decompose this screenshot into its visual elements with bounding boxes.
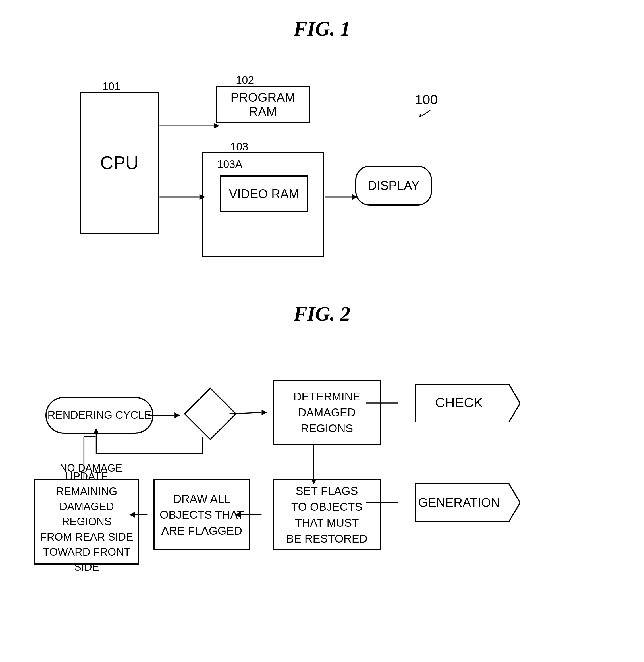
fig2-container: RENDERING CYCLE DETERMINE DAMAGED REGION… <box>23 340 621 653</box>
rendering-cycle-box: RENDERING CYCLE <box>45 397 154 434</box>
ref-101: 101 <box>102 81 120 93</box>
program-ram-block: PROGRAM RAM <box>216 86 310 123</box>
no-damage-text: NO DAMAGE <box>60 462 122 474</box>
display-label: DISPLAY <box>368 179 420 193</box>
rendering-cycle-label: RENDERING CYCLE <box>47 408 151 422</box>
update-remaining-box: UPDATE REMAINING DAMAGED REGIONS FROM RE… <box>34 479 139 565</box>
cpu-label: CPU <box>100 152 138 174</box>
svg-marker-14 <box>261 410 267 415</box>
system-label-100: 100 <box>415 92 438 108</box>
vram-outer-block: 103A VIDEO RAM <box>202 152 324 257</box>
ref-102: 102 <box>236 74 254 86</box>
decision-diamond <box>182 385 239 442</box>
determine-damaged-box: DETERMINE DAMAGED REGIONS <box>273 380 381 445</box>
check-text: CHECK <box>435 395 483 410</box>
display-block: DISPLAY <box>355 166 432 206</box>
generation-container: GENERATION <box>415 483 520 523</box>
check-container: CHECK <box>415 384 520 424</box>
ref-103: 103 <box>230 141 248 153</box>
update-label: UPDATE REMAINING DAMAGED REGIONS FROM RE… <box>35 469 138 575</box>
determine-label: DETERMINE DAMAGED REGIONS <box>293 389 360 436</box>
set-flags-box: SET FLAGS TO OBJECTS THAT MUST BE RESTOR… <box>273 479 381 550</box>
vram-inner-block: VIDEO RAM <box>220 175 308 212</box>
cpu-block: CPU <box>79 92 159 234</box>
program-ram-label: PROGRAM RAM <box>217 90 309 119</box>
draw-all-label: DRAW ALL OBJECTS THAT ARE FLAGGED <box>160 491 244 539</box>
generation-text: GENERATION <box>418 496 500 509</box>
vram-inner-label: VIDEO RAM <box>229 187 299 201</box>
svg-marker-7 <box>419 114 422 117</box>
svg-marker-8 <box>185 388 236 439</box>
page: FIG. 1 101 102 103 CPU PROGRAM RAM 103A … <box>0 0 644 662</box>
svg-marker-12 <box>175 412 180 418</box>
set-flags-label: SET FLAGS TO OBJECTS THAT MUST BE RESTOR… <box>286 483 367 547</box>
ref-103a: 103A <box>217 158 243 170</box>
draw-all-box: DRAW ALL OBJECTS THAT ARE FLAGGED <box>154 479 250 550</box>
fig1-container: 101 102 103 CPU PROGRAM RAM 103A VIDEO R… <box>23 58 621 279</box>
fig2-title: FIG. 2 <box>23 302 621 326</box>
svg-marker-1 <box>214 123 220 129</box>
fig1-title: FIG. 1 <box>23 17 621 41</box>
svg-line-6 <box>422 110 430 116</box>
